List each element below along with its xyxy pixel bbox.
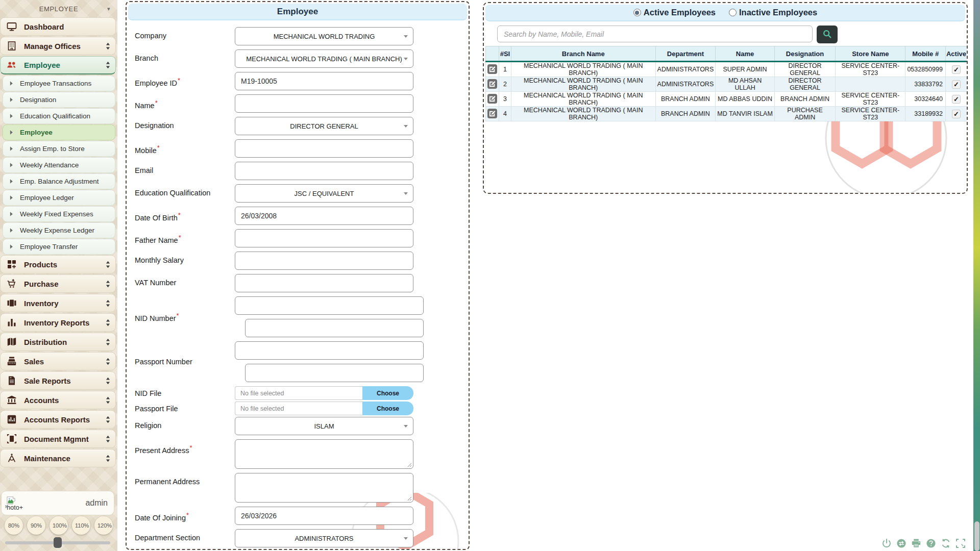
sidebar-item-dashboard[interactable]: Dashboard — [0, 17, 116, 36]
resize-grip-icon — [407, 496, 412, 501]
passport-file-choose-button[interactable]: Choose — [362, 402, 413, 415]
expand-updown-icon — [106, 338, 110, 346]
search-input[interactable] — [497, 26, 813, 42]
sidebar-item-purchase[interactable]: Purchase — [0, 274, 116, 293]
employee-id-input[interactable] — [235, 72, 413, 90]
sidebar-item-accounts-reports[interactable]: Accounts Reports — [0, 410, 116, 429]
permanent-address-textarea[interactable] — [235, 473, 413, 503]
sidebar-subitem-weekly-fixed-expenses[interactable]: Weekly Fixed Expenses — [3, 206, 115, 222]
sidebar-subitem-education-qualification[interactable]: Education Qualification — [3, 108, 115, 124]
sidebar-item-accounts[interactable]: Accounts — [0, 391, 116, 409]
sidebar-item-sales[interactable]: Sales — [0, 352, 116, 370]
zoom-slider[interactable] — [5, 537, 110, 548]
menu-item-label: Employee Transactions — [20, 80, 91, 87]
sidebar-subitem-employee-ledger[interactable]: Employee Ledger — [3, 190, 115, 206]
form-row-education-qualification: Education QualificationJSC / EQUIVALENT — [135, 184, 460, 203]
education-qualification-select[interactable]: JSC / EQUIVALENT — [235, 184, 413, 203]
zoom-button-80[interactable]: 80% — [5, 516, 23, 535]
field-label: Passport Number — [135, 358, 235, 366]
edit-row-button[interactable] — [487, 109, 497, 118]
sidebar-subitem-employee-transactions[interactable]: Employee Transactions — [3, 76, 115, 91]
department-section-select[interactable]: ADMINISTRATORS — [235, 529, 413, 547]
present-address-textarea[interactable] — [235, 439, 413, 469]
company-select[interactable]: MECHANICAL WORLD TRADING — [235, 27, 413, 45]
zoom-button-110[interactable]: 110% — [72, 516, 90, 535]
active-checkbox[interactable]: ✓ — [952, 110, 961, 118]
active-checkbox[interactable]: ✓ — [952, 65, 961, 74]
sidebar-item-document-mgmnt[interactable]: Document Mgmnt — [0, 430, 116, 448]
form-row-employee-id: Employee ID* — [135, 72, 460, 90]
sidebar-item-inventory-reports[interactable]: Inventory Reports — [0, 313, 116, 332]
cell-branch: MECHANICAL WORLD TRADING ( MAIN BRANCH) — [511, 62, 655, 77]
active-checkbox[interactable]: ✓ — [952, 80, 961, 89]
search-button[interactable] — [817, 26, 838, 43]
passport-number-input-2[interactable] — [245, 364, 424, 382]
mobile-input[interactable] — [235, 139, 413, 158]
edit-row-button[interactable] — [487, 94, 497, 104]
cell-name: MD TANVIR ISLAM — [716, 107, 775, 121]
sidebar-subitem-weekly-expense-ledger[interactable]: Weekly Expense Ledger — [3, 222, 115, 238]
active-employees-radio[interactable]: Active Employees — [633, 8, 716, 17]
sidebar-menu: DashboardManage OfficesEmployeeEmployee … — [0, 17, 117, 467]
designation-select[interactable]: DIRECTOR GENERAL — [235, 117, 413, 135]
name-input[interactable] — [235, 94, 413, 113]
expand-updown-icon — [106, 358, 110, 365]
field-label: Employee ID* — [135, 72, 235, 90]
user-panel[interactable]: Photo+ admin — [1, 491, 114, 515]
edit-row-button[interactable] — [487, 64, 497, 74]
help-icon[interactable] — [926, 538, 936, 548]
zoom-button-120[interactable]: 120% — [94, 516, 113, 535]
inactive-employees-radio[interactable]: Inactive Employees — [729, 8, 817, 17]
sidebar-subitem-assign-emp-to-store[interactable]: Assign Emp. to Store — [3, 141, 115, 157]
zoom-slider-thumb[interactable] — [54, 537, 62, 548]
username-label: admin — [85, 498, 108, 508]
nid-file-choose-button[interactable]: Choose — [362, 386, 413, 400]
sidebar-item-sale-reports[interactable]: Sale Reports — [0, 371, 116, 390]
required-asterisk: * — [155, 99, 158, 107]
vat-number-input[interactable] — [235, 274, 413, 292]
sidebar-subitem-designation[interactable]: Designation — [3, 92, 115, 108]
printer-icon[interactable] — [911, 538, 921, 548]
menu-item-label: Designation — [20, 96, 56, 104]
caret-right-icon — [10, 81, 13, 86]
menu-item-label: Emp. Balance Adjustment — [20, 178, 99, 185]
field-label: Permanent Address — [135, 473, 235, 503]
sidebar-item-distribution[interactable]: Distribution — [0, 333, 116, 351]
zoom-button-100[interactable]: 100% — [50, 516, 68, 535]
monthly-salary-input[interactable] — [235, 252, 413, 270]
transfer-icon[interactable] — [896, 538, 906, 548]
active-checkbox[interactable]: ✓ — [952, 95, 961, 104]
father-name-input[interactable] — [235, 229, 413, 247]
date-of-joining-input[interactable] — [235, 507, 413, 525]
branch-select[interactable]: MECHANICAL WORLD TRADING ( MAIN BRANCH) — [235, 49, 413, 68]
sidebar-subitem-emp-balance-adjustment[interactable]: Emp. Balance Adjustment — [3, 173, 115, 189]
sidebar-item-manage-offices[interactable]: Manage Offices — [0, 37, 116, 55]
chart-box-icon — [7, 414, 17, 424]
sidebar-subitem-weekly-attendance[interactable]: Weekly Attendance — [3, 157, 115, 173]
power-icon[interactable] — [881, 538, 892, 548]
menu-item-label: Employee — [20, 129, 53, 136]
nid-number-input-2[interactable] — [245, 319, 424, 337]
page-scrollbar[interactable] — [973, 0, 980, 551]
edit-row-button[interactable] — [487, 79, 497, 89]
refresh-icon[interactable] — [941, 538, 951, 548]
fullscreen-icon[interactable] — [955, 538, 966, 548]
sidebar-subitem-employee-transfer[interactable]: Employee Transfer — [3, 239, 115, 255]
zoom-button-90[interactable]: 90% — [27, 516, 45, 535]
date-of-birth-input[interactable] — [235, 207, 413, 225]
sidebar-item-products[interactable]: Products — [0, 255, 116, 273]
column-header-si: #SI — [499, 46, 511, 62]
email-input[interactable] — [235, 162, 413, 180]
sidebar-item-employee[interactable]: Employee — [0, 56, 116, 74]
broken-photo-icon: Photo+ — [6, 496, 26, 510]
sidebar-item-maintenance[interactable]: Maintenance — [0, 449, 116, 467]
sidebar-item-inventory[interactable]: Inventory — [0, 294, 116, 312]
sidebar-section-select[interactable]: EMPLOYEE ▾ — [0, 0, 117, 17]
expand-updown-icon — [106, 61, 110, 69]
scrollbar-thumb[interactable] — [974, 521, 979, 551]
passport-number-input-1[interactable] — [235, 341, 424, 360]
religion-select[interactable]: ISLAM — [235, 417, 413, 435]
file-placeholder-text: No file selected — [235, 386, 362, 400]
nid-number-input-1[interactable] — [235, 296, 424, 315]
sidebar-subitem-employee[interactable]: Employee — [3, 124, 115, 140]
